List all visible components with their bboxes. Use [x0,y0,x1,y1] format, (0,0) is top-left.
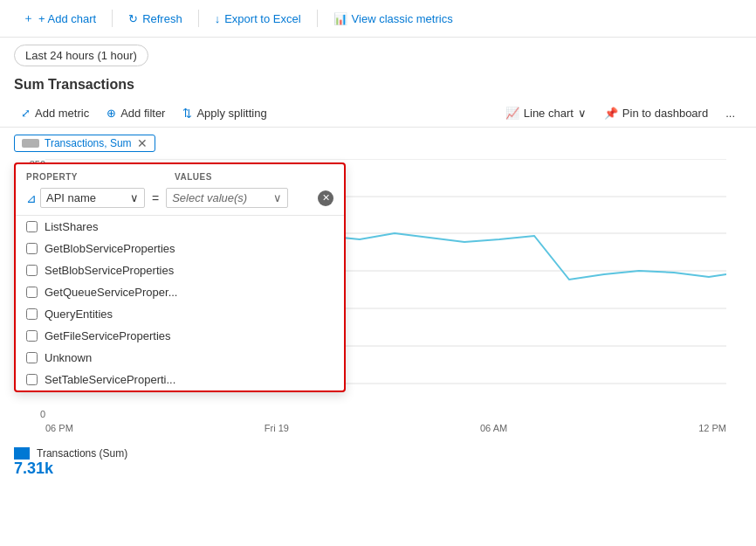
dropdown-item[interactable]: GetBlobServiceProperties [16,238,344,259]
export-icon: ↓ [215,12,221,25]
x-axis-label: Fri 19 [265,423,289,433]
dropdown-item-checkbox[interactable] [26,308,38,320]
time-range-area: Last 24 hours (1 hour) [0,38,756,73]
line-chart-label: Line chart [524,107,574,120]
tag-text: Transactions, Sum [45,137,132,149]
dropdown-item-label: GetQueueServiceProper... [45,286,177,299]
x-axis-label: 06 AM [480,423,507,433]
dropdown-item[interactable]: SetBlobServiceProperties [16,259,344,281]
values-col-label: VALUES [175,172,212,182]
x-axis: 06 PMFri 1906 AM12 PM [45,423,726,433]
dropdown-item[interactable]: GetFileServiceProperties [16,325,344,347]
legend-bar [14,447,30,460]
values-chevron-icon: ∨ [273,191,282,204]
legend-value-row: 7.31k [0,460,756,478]
add-metric-button[interactable]: ⤢ Add metric [14,103,96,123]
y-axis-label: 0 [14,409,45,419]
values-placeholder: Select value(s) [172,191,247,204]
line-chart-button[interactable]: 📈 Line chart ∨ [498,103,594,123]
legend-value: 7.31k [14,460,53,477]
filter-dropdown-headers: PROPERTY VALUES [16,164,344,184]
apply-splitting-button[interactable]: ⇅ Apply splitting [175,103,273,123]
line-chart-icon: 📈 [505,107,519,120]
more-button[interactable]: ... [718,103,742,123]
dropdown-item-label: Unknown [45,351,92,364]
divider-1 [112,10,113,27]
chart-toolbar: ⤢ Add metric ⊕ Add filter ⇅ Apply splitt… [0,100,756,128]
time-range-label: Last 24 hours (1 hour) [25,49,137,62]
add-filter-button[interactable]: ⊕ Add filter [100,103,172,123]
top-toolbar: ＋ + Add chart ↻ Refresh ↓ Export to Exce… [0,0,756,38]
splitting-icon: ⇅ [182,107,192,120]
dropdown-item[interactable]: Unknown [16,347,344,369]
export-label: Export to Excel [224,12,300,25]
dropdown-item-checkbox[interactable] [26,330,38,342]
tag-close-button[interactable]: ✕ [137,137,148,149]
refresh-button[interactable]: ↻ Refresh [120,9,191,29]
refresh-label: Refresh [142,12,182,25]
apply-splitting-label: Apply splitting [196,107,266,120]
add-filter-icon: ⊕ [107,107,116,120]
pin-icon: 📌 [604,107,618,120]
chart-title: Sum Transactions [0,73,756,100]
x-axis-label: 06 PM [45,423,73,433]
dropdown-item[interactable]: GetQueueServiceProper... [16,281,344,303]
dropdown-item-checkbox[interactable] [26,265,38,276]
dropdown-item-label: QueryEntities [45,308,113,321]
filter-dropdown: PROPERTY VALUES ⊿ API name ∨ = Select va… [14,162,346,392]
export-button[interactable]: ↓ Export to Excel [206,9,310,29]
divider-2 [198,10,199,27]
time-range-button[interactable]: Last 24 hours (1 hour) [14,45,148,66]
legend-area: Transactions (Sum) [0,440,756,460]
pin-label: Pin to dashboard [622,107,708,120]
filter-tag: Transactions, Sum ✕ [14,135,155,152]
dropdown-item-checkbox[interactable] [26,221,38,232]
add-chart-button[interactable]: ＋ + Add chart [14,7,105,30]
property-col-label: PROPERTY [26,172,78,182]
chevron-down-icon: ∨ [578,107,587,120]
more-label: ... [725,107,735,120]
dropdown-list: ListSharesGetBlobServicePropertiesSetBlo… [16,216,344,390]
add-chart-icon: ＋ [23,10,34,26]
add-filter-label: Add filter [120,107,165,120]
property-select[interactable]: API name ∨ [40,188,145,208]
chart-area: Transactions, Sum ✕ PROPERTY VALUES ⊿ AP… [0,128,756,440]
refresh-icon: ↻ [128,12,138,25]
filter-close-button[interactable]: ✕ [318,190,333,206]
view-classic-label: View classic metrics [352,12,453,25]
chart-toolbar-left: ⤢ Add metric ⊕ Add filter ⇅ Apply splitt… [14,103,274,123]
chart-icon: 📊 [333,12,347,25]
chart-toolbar-right: 📈 Line chart ∨ 📌 Pin to dashboard ... [498,103,742,123]
tag-color-swatch [22,139,39,148]
property-chevron-icon: ∨ [130,191,139,204]
values-select[interactable]: Select value(s) ∨ [166,188,288,208]
dropdown-item-label: GetFileServiceProperties [45,329,171,342]
dropdown-item-checkbox[interactable] [26,352,38,363]
equals-sign: = [152,191,159,205]
dropdown-item[interactable]: QueryEntities [16,303,344,325]
add-metric-icon: ⤢ [21,107,31,120]
add-chart-label: + Add chart [38,12,96,25]
dropdown-item-checkbox[interactable] [26,287,38,298]
dropdown-item-checkbox[interactable] [26,243,38,254]
dropdown-item[interactable]: ListShares [16,216,344,238]
dropdown-item-label: ListShares [45,220,98,233]
dropdown-list-container: ListSharesGetBlobServicePropertiesSetBlo… [16,215,344,390]
filter-funnel-icon: ⊿ [26,191,37,205]
dropdown-item[interactable]: SetTableServiceProperti... [16,369,344,390]
x-axis-label: 12 PM [698,423,726,433]
pin-to-dashboard-button[interactable]: 📌 Pin to dashboard [597,103,715,123]
property-value: API name [46,191,96,204]
view-classic-button[interactable]: 📊 View classic metrics [325,9,462,29]
legend-label: Transactions (Sum) [37,447,127,460]
filter-tag-row: Transactions, Sum ✕ [14,135,742,152]
add-metric-label: Add metric [35,107,89,120]
dropdown-item-label: SetBlobServiceProperties [45,264,174,277]
dropdown-item-label: SetTableServiceProperti... [45,373,175,386]
dropdown-item-label: GetBlobServiceProperties [45,242,175,255]
divider-3 [317,10,318,27]
filter-select-row: ⊿ API name ∨ = Select value(s) ∨ ✕ [16,184,344,215]
dropdown-item-checkbox[interactable] [26,374,38,385]
